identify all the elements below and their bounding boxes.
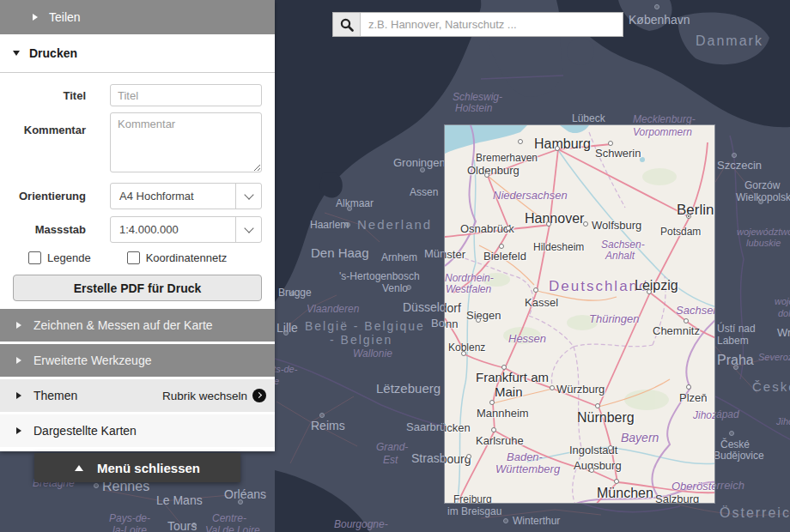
create-pdf-button[interactable]: Erstelle PDF für Druck (13, 275, 262, 301)
section-drucken-label: Drucken (29, 46, 77, 60)
chevron-right-icon (16, 392, 21, 399)
map-label: Centre- (212, 513, 246, 524)
map-label: Lübeck (572, 113, 605, 124)
city-marker (290, 291, 295, 296)
city-marker (589, 468, 594, 473)
select-chevron-button[interactable] (235, 217, 261, 242)
map-label: Danmark (696, 34, 763, 49)
city-marker (533, 287, 538, 293)
map-label: Severozápad (758, 353, 790, 363)
rubrik-wechseln-link[interactable]: Rubrik wechseln (162, 389, 266, 402)
map-label: Reims (311, 420, 345, 432)
section-teilen[interactable]: Teilen (0, 0, 275, 34)
titel-row: Titel (0, 84, 275, 106)
map-label: Val de Loire (205, 525, 260, 532)
map-label: Winterthur (513, 516, 560, 527)
map-label: Mannheim (477, 408, 529, 420)
map-label: Budějovice (714, 450, 764, 462)
map-label: Sachsen- (601, 239, 645, 251)
map-label: Leipzig (635, 279, 678, 293)
city-marker (283, 330, 289, 336)
city-marker (583, 221, 588, 227)
select-chevron-button[interactable] (235, 184, 261, 209)
section-zeichnen-messen[interactable]: Zeichnen & Messen auf der Karte (0, 309, 275, 342)
orientierung-select[interactable]: A4 Hochformat (110, 183, 262, 209)
menu-close-button[interactable]: Menü schliessen (34, 453, 240, 482)
search-input[interactable] (361, 13, 623, 36)
city-marker (476, 317, 481, 323)
section-drucken[interactable]: Drucken (0, 34, 275, 73)
city-marker (550, 385, 555, 390)
city-marker (758, 199, 763, 204)
map-label: Siegen (466, 310, 501, 322)
city-marker (684, 318, 689, 323)
map-label: Česko (752, 380, 790, 394)
map-label: Chemnitz (653, 325, 700, 337)
arrow-right-circle-icon (252, 389, 266, 402)
massstab-value: 1:4.000.000 (111, 223, 235, 236)
map-label: Düsseldorf (444, 302, 461, 315)
massstab-row: Massstab 1:4.000.000 (0, 216, 275, 243)
chevron-down-icon (244, 223, 253, 233)
map-label: Württemberg (495, 463, 560, 475)
titel-input[interactable] (110, 84, 262, 106)
legende-checkbox[interactable] (28, 251, 41, 264)
map-label: Hannover (525, 212, 584, 227)
section-dargestellte-karten[interactable]: Dargestellte Karten (0, 414, 275, 447)
map-label: Anhalt (605, 251, 635, 262)
city-marker (654, 4, 659, 9)
map-label: Vorpommern (633, 127, 692, 138)
city-marker (466, 454, 471, 459)
city-marker (501, 365, 507, 370)
map-label: Lëtzebuerg (376, 382, 441, 396)
map-label: Bayern (621, 432, 659, 444)
legende-label: Legende (47, 251, 91, 264)
koordinatennetz-label: Koordinatennetz (146, 251, 228, 264)
map-label: lubuskie (746, 239, 781, 249)
city-marker (608, 445, 613, 450)
chevron-right-icon (16, 427, 21, 434)
map-label: Mecklenburg- (633, 114, 696, 125)
city-marker (686, 384, 691, 390)
search-bar (332, 12, 623, 37)
map-label: Schleswig- (453, 92, 502, 103)
menu-close-label: Menü schliessen (97, 461, 200, 475)
map-label: Est (383, 455, 398, 466)
print-extent-preview[interactable]: VorpommernHamburgSchwerinBremerhavenOlde… (444, 124, 715, 504)
map-label: Bonn (444, 318, 458, 330)
massstab-select[interactable]: 1:4.000.000 (110, 216, 262, 243)
city-marker (686, 214, 691, 219)
koordinatennetz-checkbox[interactable] (127, 251, 140, 264)
map-label: Jihozápad (693, 410, 715, 421)
city-marker (319, 413, 325, 418)
map-label: Le Mans (156, 494, 203, 507)
map-label: Bielefeld (483, 251, 526, 263)
map-label: Augsburg (574, 460, 622, 472)
kommentar-textarea[interactable] (110, 112, 262, 172)
map-label: Freiburg (453, 494, 492, 504)
section-themen[interactable]: Themen Rubrik wechseln (0, 379, 275, 412)
map-label: Westfalen (446, 284, 491, 295)
map-label: Plzeň (679, 392, 708, 404)
section-erweiterte-werkzeuge[interactable]: Erweiterte Werkzeuge (0, 344, 275, 377)
map-label: 's-Hertogenbosch (339, 271, 420, 282)
map-label: Hamburg (534, 137, 591, 152)
massstab-label: Massstab (0, 223, 86, 236)
map-label: Alkmaar (336, 198, 374, 209)
city-marker (238, 499, 243, 505)
section-erweitert-label: Erweiterte Werkzeuge (33, 354, 151, 367)
map-label: Nürnberg (577, 411, 635, 426)
map-label: Thüringen (589, 313, 640, 325)
map-label: Assen (410, 187, 438, 198)
section-teilen-label: Teilen (49, 10, 81, 24)
map-label: Venlo (382, 283, 408, 294)
map-label: München (597, 487, 653, 501)
kommentar-label: Kommentar (0, 112, 86, 136)
city-marker (191, 523, 197, 528)
city-marker (506, 226, 511, 231)
search-button[interactable] (333, 13, 361, 36)
city-marker (491, 427, 496, 432)
kommentar-row: Kommentar (0, 112, 275, 176)
chevron-right-icon (16, 322, 21, 329)
map-label: Oldenburg (467, 165, 520, 177)
